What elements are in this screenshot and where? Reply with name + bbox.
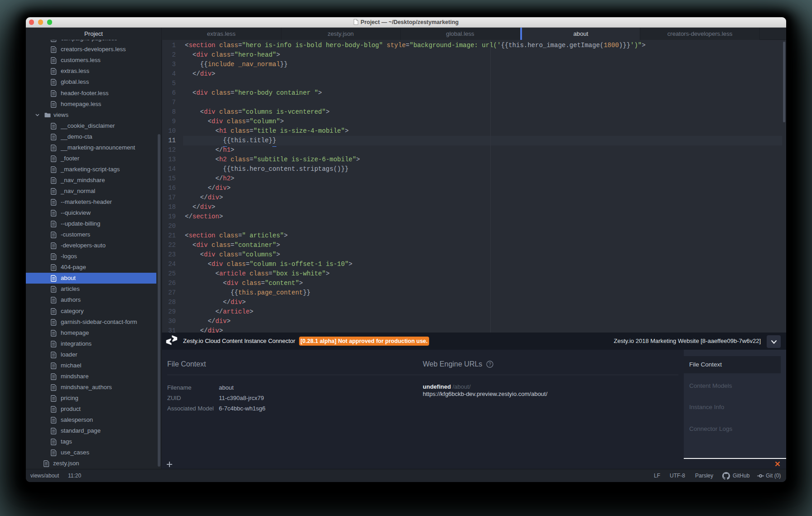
- svg-text:?: ?: [488, 362, 491, 367]
